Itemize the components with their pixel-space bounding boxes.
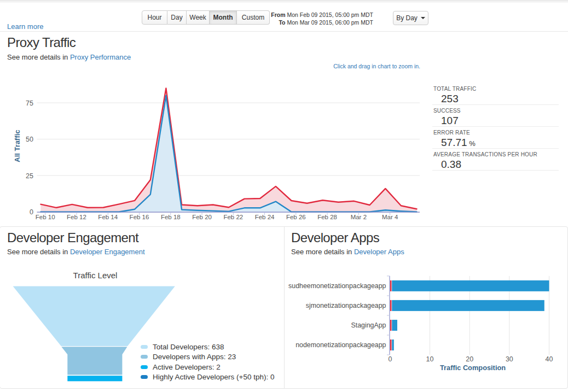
svg-text:Feb 16: Feb 16 <box>130 214 149 220</box>
date-range-button-group: Hour Day Week Month Custom <box>142 10 270 25</box>
stat-value: 57.71 % <box>433 136 559 149</box>
svg-text:50: 50 <box>26 136 33 143</box>
bottom-sections-divider <box>284 227 285 388</box>
svg-text:Mar 2: Mar 2 <box>351 214 367 220</box>
developer-engagement-link[interactable]: Developer Engagement <box>70 248 145 256</box>
stat-total-traffic: TOTAL TRAFFIC 253 <box>432 83 559 105</box>
svg-text:Feb 12: Feb 12 <box>67 214 86 220</box>
stat-success: SUCCESS 107 <box>432 105 559 127</box>
svg-text:Feb 26: Feb 26 <box>286 214 306 220</box>
proxy-traffic-chart[interactable]: Feb 10Feb 12Feb 14Feb 16Feb 18Feb 20Feb … <box>0 71 432 235</box>
range-button-hour[interactable]: Hour <box>142 10 167 25</box>
svg-text:sudheemonetizationpackageapp: sudheemonetizationpackageapp <box>288 282 386 290</box>
range-button-day[interactable]: Day <box>167 10 187 25</box>
date-range-text: From Mon Feb 09 2015, 05:00 pm MDT To Mo… <box>266 11 373 26</box>
legend-item[interactable]: Total Developers: 638 <box>141 342 275 352</box>
funnel-legend: Total Developers: 638Developers with App… <box>141 342 275 382</box>
legend-label: Highly Active Developers (+50 tph): 0 <box>153 373 275 381</box>
svg-text:0: 0 <box>388 355 392 363</box>
svg-text:Mar 4: Mar 4 <box>382 214 398 220</box>
caret-down-icon <box>421 17 425 19</box>
legend-item[interactable]: Highly Active Developers (+50 tph): 0 <box>141 372 275 383</box>
chart-zoom-hint: Click and drag in chart to zoom in. <box>256 63 420 69</box>
developer-engagement-title: Developer Engagement <box>7 230 138 245</box>
developer-engagement-seemore: See more details in Developer Engagement <box>7 248 145 256</box>
svg-text:Feb 10: Feb 10 <box>36 214 55 220</box>
top-toolbar-border <box>0 2 568 3</box>
legend-swatch <box>141 345 148 349</box>
range-button-custom[interactable]: Custom <box>237 10 270 25</box>
proxy-traffic-title: Proxy Traffic <box>7 35 76 50</box>
range-button-month[interactable]: Month <box>210 10 237 25</box>
stat-label: ERROR RATE <box>433 130 559 136</box>
stat-label: SUCCESS <box>433 108 559 114</box>
svg-text:Feb 24: Feb 24 <box>255 214 275 220</box>
stat-label: AVERAGE TRANSACTIONS PER HOUR <box>433 151 559 157</box>
svg-text:nodemonetizationpackageapp: nodemonetizationpackageapp <box>295 341 386 349</box>
stat-value: 253 <box>433 92 559 106</box>
date-to: To Mon Mar 09 2015, 06:00 pm MDT <box>266 19 373 26</box>
stat-avg-tph: AVERAGE TRANSACTIONS PER HOUR 0.38 <box>432 149 559 171</box>
legend-label: Active Developers: 2 <box>153 363 221 371</box>
svg-text:Feb 18: Feb 18 <box>161 214 181 220</box>
legend-item[interactable]: Developers with Apps: 23 <box>141 352 275 362</box>
stat-value: 0.38 <box>433 157 559 171</box>
range-button-week[interactable]: Week <box>187 10 210 25</box>
svg-text:10: 10 <box>426 355 434 363</box>
svg-text:All Traffic: All Traffic <box>13 130 21 162</box>
svg-text:40: 40 <box>546 355 553 363</box>
top-toolbar-edge <box>0 0 568 2</box>
svg-text:75: 75 <box>26 100 33 107</box>
legend-swatch <box>141 355 148 359</box>
svg-text:20: 20 <box>466 355 473 363</box>
legend-label: Developers with Apps: 23 <box>153 353 236 361</box>
svg-text:Feb 22: Feb 22 <box>223 214 243 220</box>
svg-text:0: 0 <box>30 208 33 216</box>
legend-label: Total Developers: 638 <box>153 343 224 351</box>
granularity-label: By Day <box>396 14 418 22</box>
header-divider <box>0 31 568 32</box>
svg-text:StagingApp: StagingApp <box>351 321 386 329</box>
svg-text:sjmonetizationpackageapp: sjmonetizationpackageapp <box>306 302 386 309</box>
seemore-prefix: See more details in <box>7 53 68 61</box>
funnel-chart-title: Traffic Level <box>0 271 190 280</box>
learn-more-link[interactable]: Learn more <box>7 22 43 31</box>
svg-text:Traffic Composition: Traffic Composition <box>440 364 506 372</box>
svg-text:Feb 28: Feb 28 <box>317 214 337 220</box>
developer-apps-chart[interactable]: sudheemonetizationpackageappsjmonetizati… <box>289 230 568 388</box>
legend-item[interactable]: Active Developers: 2 <box>141 362 275 372</box>
stat-error-rate: ERROR RATE 57.71 % <box>432 127 559 149</box>
svg-text:30: 30 <box>506 355 513 363</box>
traffic-stats-panel: TOTAL TRAFFIC 253 SUCCESS 107 ERROR RATE… <box>432 83 559 171</box>
svg-text:25: 25 <box>26 172 33 180</box>
svg-text:Feb 14: Feb 14 <box>98 214 118 220</box>
stat-label: TOTAL TRAFFIC <box>433 86 559 92</box>
date-from: From Mon Feb 09 2015, 05:00 pm MDT <box>266 11 373 19</box>
proxy-performance-link[interactable]: Proxy Performance <box>70 53 131 61</box>
proxy-traffic-seemore: See more details in Proxy Performance <box>7 53 131 61</box>
legend-swatch <box>141 365 148 369</box>
legend-swatch <box>141 375 148 379</box>
svg-text:Feb 20: Feb 20 <box>192 214 212 220</box>
granularity-dropdown[interactable]: By Day <box>393 11 428 25</box>
seemore-prefix: See more details in <box>7 248 68 256</box>
stat-value: 107 <box>433 114 559 127</box>
